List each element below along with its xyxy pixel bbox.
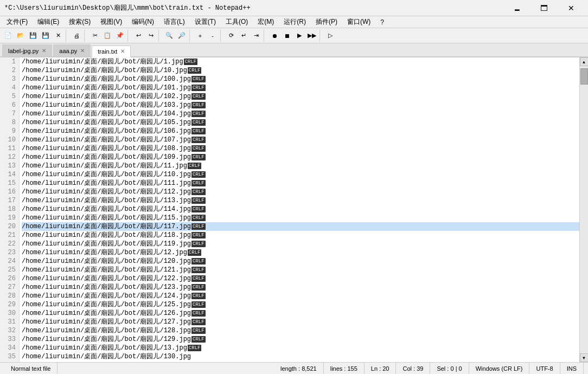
scroll-up-arrow[interactable]: ▲ <box>580 57 589 66</box>
status-lines: lines : 155 <box>324 363 365 375</box>
tb-replace[interactable]: 🔎 <box>176 30 188 42</box>
tb-zoom-in[interactable]: + <box>194 30 206 42</box>
table-row[interactable]: /home/liuruimin/桌面/廟园儿/bot/廟园儿/117.jpgCR… <box>22 222 579 231</box>
table-row[interactable]: /home/liuruimin/桌面/廟园儿/bot/廟园儿/128.jpgCR… <box>22 326 579 335</box>
menu-plugins[interactable]: 插件(P) <box>311 16 342 28</box>
table-row[interactable]: /home/liuruimin/桌面/廟园儿/bot/廟园儿/119.jpgCR… <box>22 240 579 248</box>
table-row[interactable]: /home/liuruimin/桌面/廟园儿/bot/廟园儿/108.jpgCR… <box>22 144 579 153</box>
tb-sep3 <box>127 30 131 42</box>
table-row[interactable]: /home/liuruimin/桌面/廟园儿/bot/廟园儿/12.jpgCRL… <box>22 248 579 257</box>
tb-macro-run[interactable]: ▶▶ <box>306 30 318 42</box>
table-row[interactable]: /home/liuruimin/桌面/廟园儿/bot/廟园儿/111.jpgCR… <box>22 179 579 188</box>
menu-macro[interactable]: 宏(M) <box>253 16 278 28</box>
menu-help[interactable]: ? <box>376 16 388 28</box>
tb-paste[interactable]: 📌 <box>114 30 126 42</box>
line-number: 10 <box>3 136 16 144</box>
table-row[interactable]: /home/liuruimin/桌面/廟园儿/bot/廟园儿/126.jpgCR… <box>22 309 579 318</box>
tb-close[interactable]: ✕ <box>52 30 64 42</box>
crlf-badge: CRLF <box>191 119 206 126</box>
table-row[interactable]: /home/liuruimin/桌面/廟园儿/bot/廟园儿/101.jpgCR… <box>22 83 579 92</box>
tb-new[interactable]: 📄 <box>2 30 14 42</box>
table-row[interactable]: /home/liuruimin/桌面/廟园儿/bot/廟园儿/102.jpgCR… <box>22 92 579 101</box>
menu-edit[interactable]: 编辑(E) <box>33 16 63 28</box>
crlf-badge: CRLF <box>191 137 206 143</box>
menu-settings[interactable]: 设置(T) <box>190 16 220 28</box>
menu-view[interactable]: 视图(V) <box>96 16 126 28</box>
tb-save[interactable]: 💾 <box>27 30 39 42</box>
scroll-track[interactable] <box>580 66 589 353</box>
table-row[interactable]: /home/liuruimin/桌面/廟园儿/bot/廟园儿/129.jpgCR… <box>22 335 579 344</box>
tb-wrap[interactable]: ↵ <box>238 30 250 42</box>
tab-label-jpg-close[interactable]: ✕ <box>42 48 46 54</box>
tab-bar: label-jpg.py ✕ aaa.py ✕ train.txt ✕ <box>0 43 588 57</box>
table-row[interactable]: /home/liuruimin/桌面/廟园儿/bot/廟园儿/10.jpgCRL… <box>22 66 579 75</box>
table-row[interactable]: /home/liuruimin/桌面/廟园儿/bot/廟园儿/13.jpgCRL… <box>22 344 579 352</box>
menu-search[interactable]: 搜索(S) <box>65 16 95 28</box>
scroll-thumb[interactable] <box>580 68 588 85</box>
minimize-button[interactable]: 🗕 <box>504 2 529 15</box>
crlf-badge: CRLF <box>191 206 206 212</box>
tb-copy[interactable]: 📋 <box>101 30 113 42</box>
crlf-badge: CRLF <box>191 310 206 317</box>
tb-find[interactable]: 🔍 <box>163 30 175 42</box>
menu-file[interactable]: 文件(F) <box>2 16 32 28</box>
close-button[interactable]: ✕ <box>559 2 584 15</box>
line-number: 4 <box>3 83 16 92</box>
menu-lang[interactable]: 语言(L) <box>159 16 189 28</box>
tb-redo[interactable]: ↪ <box>145 30 157 42</box>
table-row[interactable]: /home/liuruimin/桌面/廟园儿/bot/廟园儿/112.jpgCR… <box>22 188 579 196</box>
crlf-badge: CRLF <box>191 76 206 82</box>
table-row[interactable]: /home/liuruimin/桌面/廟园儿/bot/廟园儿/123.jpgCR… <box>22 283 579 292</box>
table-row[interactable]: /home/liuruimin/桌面/廟园儿/bot/廟园儿/105.jpgCR… <box>22 118 579 127</box>
table-row[interactable]: /home/liuruimin/桌面/廟园儿/bot/廟园儿/114.jpgCR… <box>22 205 579 214</box>
tab-train[interactable]: train.txt ✕ <box>92 46 131 57</box>
tb-sync[interactable]: ⟳ <box>225 30 237 42</box>
scrollbar-vertical[interactable]: ▲ ▼ <box>579 57 588 362</box>
scroll-down-arrow[interactable]: ▼ <box>580 353 589 362</box>
tb-macro-rec[interactable]: ⏺ <box>269 30 280 42</box>
tb-undo[interactable]: ↩ <box>132 30 144 42</box>
code-area[interactable]: /home/liuruimin/桌面/廟园儿/bot/廟园儿/1.jpgCRLF… <box>20 57 579 362</box>
tb-macro-play[interactable]: ▶ <box>293 30 305 42</box>
tb-indent[interactable]: ⇥ <box>250 30 262 42</box>
tab-aaa-close[interactable]: ✕ <box>80 48 85 54</box>
tb-macro-stop[interactable]: ⏹ <box>281 30 293 42</box>
table-row[interactable]: /home/liuruimin/桌面/廟园儿/bot/廟园儿/118.jpgCR… <box>22 231 579 240</box>
table-row[interactable]: /home/liuruimin/桌面/廟园儿/bot/廟园儿/104.jpgCR… <box>22 109 579 118</box>
table-row[interactable]: /home/liuruimin/桌面/廟园儿/bot/廟园儿/110.jpgCR… <box>22 170 579 179</box>
tb-run-script[interactable]: ▷ <box>324 30 336 42</box>
table-row[interactable]: /home/liuruimin/桌面/廟园儿/bot/廟园儿/109.jpgCR… <box>22 153 579 162</box>
table-row[interactable]: /home/liuruimin/桌面/廟园儿/bot/廟园儿/107.jpgCR… <box>22 136 579 144</box>
table-row[interactable]: /home/liuruimin/桌面/廟园儿/bot/廟园儿/122.jpgCR… <box>22 274 579 283</box>
tab-aaa[interactable]: aaa.py ✕ <box>53 44 91 56</box>
status-encoding: Windows (CR LF) <box>469 363 530 375</box>
table-row[interactable]: /home/liuruimin/桌面/廟园儿/bot/廟园儿/11.jpgCRL… <box>22 162 579 170</box>
crlf-badge: CRLF <box>191 232 206 238</box>
menu-encode[interactable]: 编码(N) <box>127 16 158 28</box>
table-row[interactable]: /home/liuruimin/桌面/廟园儿/bot/廟园儿/130.jpg <box>22 352 579 361</box>
table-row[interactable]: /home/liuruimin/桌面/廟园儿/bot/廟园儿/121.jpgCR… <box>22 266 579 274</box>
table-row[interactable]: /home/liuruimin/桌面/廟园儿/bot/廟园儿/125.jpgCR… <box>22 300 579 309</box>
table-row[interactable]: /home/liuruimin/桌面/廟园儿/bot/廟园儿/113.jpgCR… <box>22 196 579 205</box>
table-row[interactable]: /home/liuruimin/桌面/廟园儿/bot/廟园儿/120.jpgCR… <box>22 257 579 266</box>
tb-zoom-out[interactable]: - <box>207 30 219 42</box>
table-row[interactable]: /home/liuruimin/桌面/廟园儿/bot/廟园儿/106.jpgCR… <box>22 127 579 136</box>
table-row[interactable]: /home/liuruimin/桌面/廟园儿/bot/廟园儿/124.jpgCR… <box>22 292 579 300</box>
tb-cut[interactable]: ✂ <box>89 30 101 42</box>
tab-label-jpg[interactable]: label-jpg.py ✕ <box>2 44 52 56</box>
status-sel: Sel : 0 | 0 <box>430 363 469 375</box>
table-row[interactable]: /home/liuruimin/桌面/廟园儿/bot/廟园儿/115.jpgCR… <box>22 214 579 222</box>
menu-window[interactable]: 窗口(W) <box>343 16 375 28</box>
tb-save-all[interactable]: 💾 <box>40 30 52 42</box>
table-row[interactable]: /home/liuruimin/桌面/廟园儿/bot/廟园儿/100.jpgCR… <box>22 75 579 83</box>
tb-open[interactable]: 📂 <box>15 30 27 42</box>
maximize-button[interactable]: 🗖 <box>532 2 557 15</box>
tb-print[interactable]: 🖨 <box>71 30 82 42</box>
table-row[interactable]: /home/liuruimin/桌面/廟园儿/bot/廟园儿/1.jpgCRLF <box>22 57 579 66</box>
menu-tools[interactable]: 工具(O) <box>221 16 252 28</box>
tab-train-close[interactable]: ✕ <box>120 48 125 54</box>
table-row[interactable]: /home/liuruimin/桌面/廟园儿/bot/廟园儿/127.jpgCR… <box>22 318 579 326</box>
menu-run[interactable]: 运行(R) <box>279 16 310 28</box>
table-row[interactable]: /home/liuruimin/桌面/廟园儿/bot/廟园儿/103.jpgCR… <box>22 101 579 109</box>
line-number: 21 <box>3 231 16 240</box>
